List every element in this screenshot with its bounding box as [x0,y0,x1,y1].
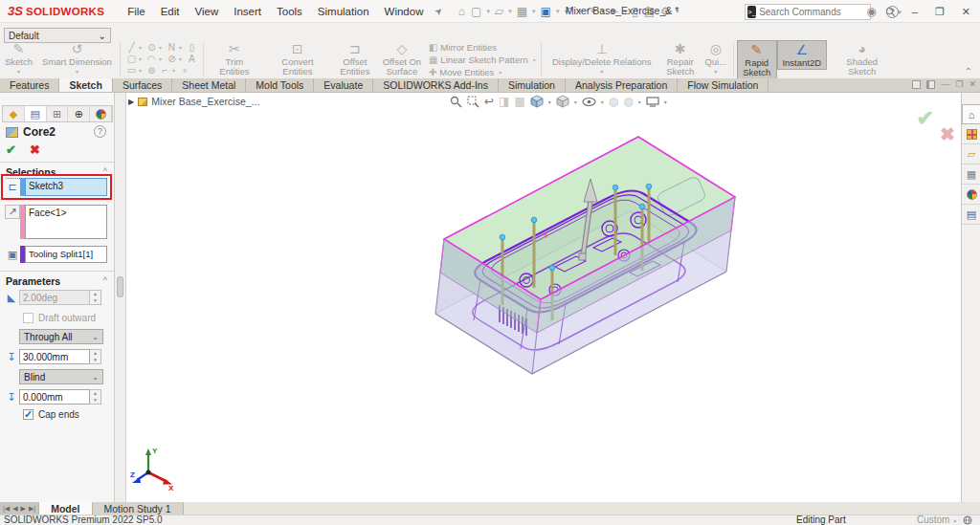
search-scope-icon[interactable]: >_ [747,6,756,18]
slot-tool-icon[interactable]: ▭ [125,65,138,76]
display-delete-relations-button[interactable]: ⊥ Display/Delete Relations ▾ [545,40,659,76]
breadcrumb-text[interactable]: Mixer Base_Exercise_... [151,96,259,107]
new-document-icon[interactable]: ▢ [469,4,483,19]
display-manager-tab[interactable] [90,106,112,121]
cap-ends-checkbox[interactable] [23,409,33,420]
plane-tool-icon[interactable]: ▯ [186,42,198,53]
parameters-group-header[interactable]: Parameters [6,275,60,287]
model-tab[interactable]: Model [39,502,92,514]
view-orientation-dropdown-icon[interactable]: ▾ [548,98,551,105]
tooling-split-field[interactable]: Tooling Split1[1] [25,246,107,263]
instant2d-button[interactable]: ∠ Instant2D [777,40,827,70]
tab-sheet-metal[interactable]: Sheet Metal [172,78,246,92]
menu-view[interactable]: View [188,2,227,21]
doc-minimize-button[interactable]: — [941,79,949,89]
face-pick-arrow-icon[interactable]: ↗ [5,205,20,219]
task-pane-resources-tab[interactable] [962,124,980,144]
fillet-tool-icon[interactable]: ⌐ [159,65,171,76]
open-dropdown-icon[interactable]: ▾ [507,8,513,15]
close-button[interactable]: ✕ [958,6,974,18]
sketch-selection-field[interactable]: Sketch3 [25,178,107,196]
arc-tool-icon[interactable]: ◠ [145,54,158,64]
previous-view-icon[interactable]: ↩ [484,95,494,108]
trim-entities-button[interactable]: ✂ Trim Entities [207,40,262,77]
last-tab-icon[interactable]: ▶| [29,505,35,513]
breadcrumb-expand-icon[interactable]: ▶ [128,98,134,106]
open-icon[interactable]: ▱ [493,4,505,19]
pm-ok-button[interactable]: ✔ [6,142,16,157]
pm-cancel-button[interactable]: ✖ [30,142,40,157]
linear-sketch-pattern-button[interactable]: ▦Linear Sketch Pattern▾ [429,55,536,65]
doc-close-button[interactable]: ✕ [969,79,976,89]
panel-splitter[interactable] [115,93,126,502]
menu-tools[interactable]: Tools [269,2,310,21]
tab-flow-simulation[interactable]: Flow Simulation [678,78,768,92]
end-condition-1-combo[interactable]: Through All⌄ [19,329,103,344]
face-selection-field[interactable]: Face<1> [25,205,107,239]
dimxpert-manager-tab[interactable]: ⊕ [68,106,90,121]
repair-sketch-button[interactable]: ✱ Repair Sketch [659,40,702,77]
task-pane-view-palette-tab[interactable]: ▦ [962,164,980,185]
tab-simulation[interactable]: Simulation [499,78,566,92]
model-canvas[interactable] [126,93,961,502]
pane-left-icon[interactable] [912,80,921,89]
dynamic-annotation-icon[interactable]: ▩ [514,95,524,108]
task-pane-home-tab[interactable]: ⌂ [962,104,980,124]
confirmation-ok-button[interactable]: ✔ [917,106,934,131]
section-view-icon[interactable]: ◨ [499,95,509,108]
breadcrumb[interactable]: ▶ Mixer Base_Exercise_... [128,96,259,107]
pin-menu-icon[interactable]: ➤ [433,5,446,18]
search-commands-box[interactable]: >_ ▾ [745,4,871,20]
draft-outward-checkbox[interactable] [23,313,33,323]
tab-solidworks-addins[interactable]: SOLIDWORKS Add-Ins [373,78,499,92]
menu-file[interactable]: File [120,2,153,21]
hide-show-items-icon[interactable] [582,97,596,107]
offset-entities-button[interactable]: ⊐ Offset Entities [333,40,377,77]
display-style-icon[interactable] [556,95,569,108]
depth-1-input[interactable] [19,349,90,364]
first-tab-icon[interactable]: |◀ [3,505,10,513]
mirror-entities-button[interactable]: ◧Mirror Entities [429,42,536,53]
tab-analysis-preparation[interactable]: Analysis Preparation [566,78,678,92]
task-pane-appearances-tab[interactable] [962,185,980,205]
tab-evaluate[interactable]: Evaluate [314,78,373,92]
draft-angle-input[interactable] [19,290,90,305]
globe-icon[interactable] [963,515,972,525]
parameters-collapse-icon[interactable]: ^ [103,275,107,285]
restore-button[interactable]: ❐ [931,6,948,18]
home-icon[interactable]: ⌂ [457,4,467,19]
pane-right-icon[interactable] [926,80,935,89]
depth-2-input[interactable] [19,389,90,405]
configuration-manager-tab[interactable]: ⊞ [47,106,69,121]
user-account-icon[interactable]: ◉ [866,5,876,18]
prev-tab-icon[interactable]: ◀ [12,505,17,513]
save-icon[interactable]: ▦ [515,4,529,19]
depth-1-spinner[interactable]: ▲▼ [90,349,101,364]
dot-tool-icon[interactable]: ∘ [179,65,191,76]
view-orientation-icon[interactable] [530,95,544,108]
units-selector[interactable]: Custom▴ [917,514,956,525]
view-settings-dropdown-icon[interactable]: ▾ [664,98,667,105]
sketch-button[interactable]: ✎ Sketch ▾ [0,40,37,76]
menu-simulation[interactable]: Simulation [310,2,377,21]
feature-manager-tab[interactable]: ◆ [3,106,25,121]
doc-restore-button[interactable]: ❐ [955,79,963,89]
point-tool-icon[interactable]: ⊚ [145,65,158,76]
spline-tool-icon[interactable]: N [166,42,178,53]
apply-scene-icon[interactable]: ◍ [623,95,633,108]
end-condition-2-combo[interactable]: Blind⌄ [19,369,103,384]
draft-angle-spinner[interactable]: ▲▼ [90,290,101,305]
circle-tool-icon[interactable]: ⊙ [145,42,158,53]
minimize-button[interactable]: – [908,6,922,17]
view-settings-icon[interactable] [646,97,659,107]
ribbon-collapse-icon[interactable]: ⌃ [965,66,972,77]
convert-entities-button[interactable]: ⊡ Convert Entities [262,40,333,77]
pm-help-icon[interactable]: ? [94,125,106,138]
help-icon[interactable]: ? [886,6,899,18]
ellipse-tool-icon[interactable]: ⊘ [166,54,178,64]
display-style-dropdown-icon[interactable]: ▾ [574,98,577,105]
zoom-to-fit-icon[interactable] [450,96,462,108]
tab-sketch[interactable]: Sketch [59,78,112,92]
menu-window[interactable]: Window [377,2,432,21]
splitter-handle[interactable] [117,276,123,297]
